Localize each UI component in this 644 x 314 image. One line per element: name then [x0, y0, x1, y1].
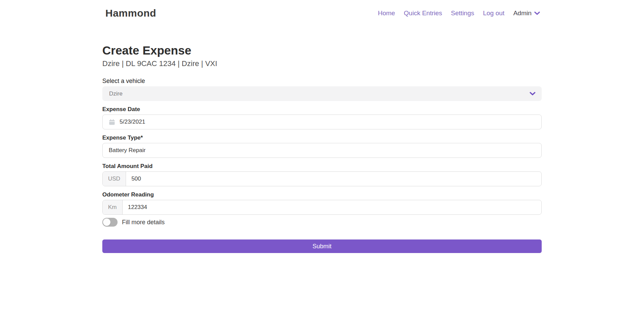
- nav-link-quick-entries[interactable]: Quick Entries: [404, 9, 442, 17]
- distance-unit-addon: Km: [103, 200, 123, 214]
- brand-logo[interactable]: Hammond: [105, 7, 156, 19]
- expense-date-label: Expense Date: [102, 106, 542, 113]
- vehicle-select-label: Select a vehicle: [102, 77, 542, 85]
- user-menu-label: Admin: [513, 9, 532, 17]
- total-amount-input[interactable]: [126, 172, 541, 186]
- nav-links: Home Quick Entries Settings Log out Admi…: [378, 9, 540, 17]
- total-amount-label: Total Amount Paid: [102, 163, 542, 170]
- nav-link-home[interactable]: Home: [378, 9, 395, 17]
- user-menu-admin[interactable]: Admin: [513, 9, 540, 17]
- calendar-icon: [109, 119, 115, 125]
- fill-more-details-toggle[interactable]: [102, 218, 118, 227]
- vehicle-summary: Dzire | DL 9CAC 1234 | Dzire | VXI: [102, 59, 542, 68]
- chevron-down-icon: [529, 91, 536, 96]
- total-amount-field: USD: [102, 171, 542, 186]
- chevron-down-icon: [534, 11, 540, 15]
- navbar: Hammond Home Quick Entries Settings Log …: [0, 0, 644, 26]
- currency-unit-addon: USD: [103, 172, 126, 186]
- toggle-knob: [103, 218, 110, 226]
- expense-date-input[interactable]: [120, 119, 535, 125]
- odometer-field: Km: [102, 200, 542, 215]
- fill-more-details-label: Fill more details: [122, 219, 165, 226]
- vehicle-select[interactable]: Dzire: [102, 86, 542, 101]
- odometer-label: Odometer Reading: [102, 191, 542, 198]
- nav-link-settings[interactable]: Settings: [451, 9, 474, 17]
- fill-more-details-row: Fill more details: [102, 218, 542, 227]
- nav-link-logout[interactable]: Log out: [483, 9, 504, 17]
- expense-type-label: Expense Type*: [102, 134, 542, 142]
- odometer-input[interactable]: [123, 200, 542, 214]
- vehicle-select-value: Dzire: [109, 90, 123, 97]
- create-expense-form: Create Expense Dzire | DL 9CAC 1234 | Dz…: [102, 26, 542, 253]
- expense-type-input[interactable]: [102, 143, 542, 158]
- page-title: Create Expense: [102, 43, 542, 58]
- submit-button[interactable]: Submit: [102, 239, 542, 253]
- expense-date-field[interactable]: [102, 114, 542, 129]
